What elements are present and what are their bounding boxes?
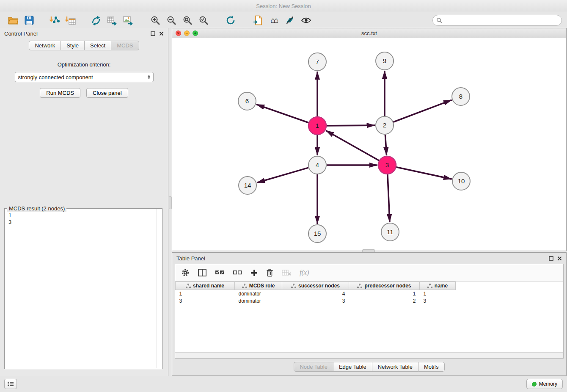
column-type-icon [291, 284, 296, 288]
graph-node-11[interactable]: 11 [381, 223, 399, 241]
table-settings-button[interactable] [181, 268, 190, 277]
function-builder-label-disabled: f(x) [300, 269, 309, 276]
close-panel-icon[interactable] [557, 256, 562, 261]
graph-node-2[interactable]: 2 [376, 116, 394, 134]
edge-2-3[interactable] [385, 135, 386, 155]
network-canvas[interactable]: 7968124314101511 [172, 38, 566, 251]
close-panel-button[interactable]: Close panel [86, 88, 128, 98]
graph-node-label: 2 [383, 121, 386, 129]
float-panel-icon[interactable] [549, 256, 553, 261]
home-button[interactable]: ⌂⌂ [266, 14, 282, 27]
graph-node-14[interactable]: 14 [239, 177, 256, 194]
result-scrollbar-track[interactable] [156, 209, 157, 368]
clone-network-button[interactable] [250, 14, 266, 27]
close-window-icon[interactable] [176, 30, 181, 36]
column-header-name[interactable]: name [420, 282, 456, 290]
graph-node-7[interactable]: 7 [308, 53, 326, 71]
float-panel-icon[interactable] [151, 31, 155, 36]
tab-motifs[interactable]: Motifs [418, 362, 445, 372]
columns-icon [198, 269, 206, 276]
table-row[interactable]: 1 dominator 4 1 1 [176, 290, 456, 298]
tab-node-table[interactable]: Node Table [294, 362, 333, 372]
edge-3-1[interactable] [326, 130, 379, 160]
table-row[interactable]: 3 dominator 3 2 3 [176, 297, 456, 304]
delete-column-button[interactable] [266, 269, 273, 277]
open-session-button[interactable] [5, 14, 21, 27]
export-image-button[interactable] [120, 14, 136, 27]
edge-1-6[interactable] [256, 105, 309, 123]
zoom-in-icon [150, 15, 160, 25]
close-panel-icon[interactable] [159, 31, 164, 36]
style-paint-icon [285, 15, 295, 25]
tab-network[interactable]: Network [29, 41, 61, 50]
edge-3-10[interactable] [396, 167, 451, 179]
search-icon [436, 17, 442, 23]
tab-style[interactable]: Style [61, 41, 84, 50]
search-field[interactable] [432, 15, 562, 26]
minimize-window-icon[interactable] [184, 30, 190, 36]
zoom-selected-button[interactable] [195, 14, 212, 27]
window-titlebar[interactable]: Session: New Session [0, 0, 567, 12]
add-column-button[interactable] [250, 269, 258, 276]
graph-node-label: 1 [316, 122, 319, 129]
graph-node-9[interactable]: 9 [376, 52, 394, 70]
table-horizontal-scrollbar[interactable] [175, 352, 563, 358]
graph-node-6[interactable]: 6 [238, 92, 256, 110]
edge-2-8[interactable] [394, 100, 452, 122]
column-type-icon [427, 284, 432, 288]
zoom-out-button[interactable] [163, 14, 179, 27]
application-window: Session: New Session [0, 0, 567, 392]
save-icon [25, 16, 34, 25]
horizontal-splitter-handle[interactable] [362, 249, 375, 252]
column-type-icon [242, 284, 247, 288]
select-all-columns-button[interactable] [215, 270, 224, 276]
memory-button[interactable]: Memory [526, 379, 563, 389]
plus-icon [250, 269, 258, 276]
style-paint-button[interactable] [282, 14, 298, 27]
export-table-button[interactable] [104, 14, 120, 27]
tab-mcds[interactable]: MCDS [111, 41, 139, 50]
save-session-button[interactable] [21, 14, 37, 27]
column-header-mcds-role[interactable]: MCDS role [235, 282, 282, 290]
column-header-predecessor-nodes[interactable]: predecessor nodes [349, 282, 420, 290]
edge-3-11[interactable] [388, 174, 390, 222]
import-table-button[interactable] [63, 14, 79, 27]
search-input[interactable] [444, 17, 558, 24]
trash-icon [266, 269, 273, 277]
export-network-button[interactable] [88, 14, 104, 27]
edge-4-14[interactable] [257, 168, 308, 182]
zoom-window-icon[interactable] [193, 30, 198, 36]
delete-table-icon [282, 269, 291, 276]
graph-node-10[interactable]: 10 [452, 172, 470, 190]
graph-node-3[interactable]: 3 [378, 156, 396, 174]
zoom-fit-button[interactable] [179, 14, 195, 27]
graph-node-15[interactable]: 15 [308, 225, 326, 243]
graph-node-8[interactable]: 8 [452, 88, 470, 105]
table-panel-body: f(x) shared name MCDS role successor nod… [175, 264, 564, 359]
dropdown-selected-value: strongly connected component [18, 74, 146, 80]
task-history-button[interactable] [4, 379, 17, 389]
graph-node-4[interactable]: 4 [308, 156, 326, 174]
tab-select[interactable]: Select [84, 41, 111, 50]
network-graph[interactable]: 7968124314101511 [172, 38, 566, 251]
network-window-titlebar[interactable]: scc.txt [172, 28, 566, 39]
show-columns-button[interactable] [198, 269, 206, 276]
table-tabs: Node Table Edge Table Network Table Moti… [172, 362, 566, 372]
zoom-in-button[interactable] [147, 14, 163, 27]
tab-network-table[interactable]: Network Table [372, 362, 418, 372]
column-header-successor-nodes[interactable]: successor nodes [282, 282, 349, 290]
control-panel-title: Control Panel [4, 30, 38, 37]
vertical-splitter-handle[interactable] [169, 196, 172, 209]
table-panel-header: Table Panel [172, 253, 566, 264]
run-mcds-button[interactable]: Run MCDS [40, 88, 80, 98]
edge-1-2[interactable] [327, 125, 375, 126]
deselect-all-columns-button[interactable] [233, 270, 242, 276]
tab-edge-table[interactable]: Edge Table [333, 362, 372, 372]
import-network-button[interactable] [47, 14, 63, 27]
export-table-icon [107, 15, 118, 25]
show-hide-button[interactable] [298, 14, 314, 27]
refresh-view-button[interactable] [223, 14, 239, 27]
optimization-criterion-dropdown[interactable]: strongly connected component [15, 72, 154, 82]
graph-node-1[interactable]: 1 [308, 117, 326, 135]
column-header-shared-name[interactable]: shared name [176, 282, 235, 290]
